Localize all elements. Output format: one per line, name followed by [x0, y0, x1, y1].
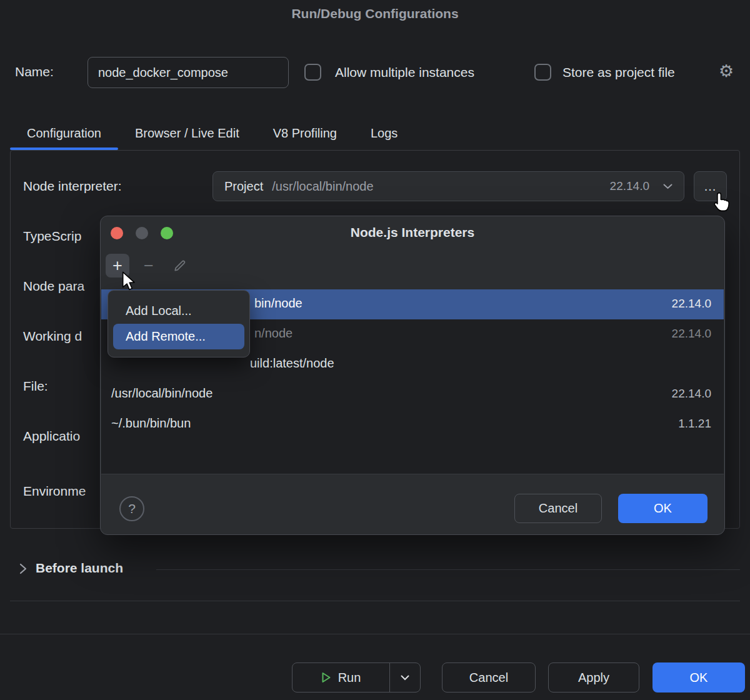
node-interpreter-combobox[interactable]: Project /usr/local/bin/node 22.14.0	[212, 171, 684, 201]
interpreter-path: ~/.bun/bin/bun	[111, 416, 191, 431]
dialog-cancel-button[interactable]: Cancel	[514, 494, 602, 523]
interpreter-path: n/node	[254, 326, 292, 341]
before-launch-label[interactable]: Before launch	[36, 561, 123, 576]
interpreter-version: 22.14.0	[672, 297, 711, 311]
cancel-button[interactable]: Cancel	[442, 662, 536, 692]
interpreter-version: 22.14.0	[672, 327, 711, 341]
apply-button[interactable]: Apply	[548, 662, 639, 692]
tab-browser-live-edit[interactable]: Browser / Live Edit	[118, 116, 256, 150]
run-button-label: Run	[338, 671, 361, 685]
config-tabs: Configuration Browser / Live Edit V8 Pro…	[10, 116, 414, 150]
allow-multiple-instances-checkbox[interactable]	[304, 64, 321, 81]
interpreter-version: 22.14.0	[610, 179, 649, 193]
store-as-project-file-label: Store as project file	[562, 65, 675, 80]
pencil-icon	[173, 259, 187, 272]
form-label-typescript: TypeScrip	[23, 229, 81, 244]
dialog-title: Node.js Interpreters	[101, 225, 724, 240]
add-interpreter-context-menu: Add Local... Add Remote...	[108, 290, 250, 358]
interpreter-row[interactable]: ~/.bun/bin/bun 1.1.21	[101, 409, 724, 439]
menu-item-add-local[interactable]: Add Local...	[113, 298, 244, 324]
settings-gear-icon[interactable]: ⚙	[719, 61, 734, 81]
form-label-environment: Environme	[23, 484, 86, 499]
chevron-right-icon[interactable]	[19, 563, 28, 574]
ok-button[interactable]: OK	[652, 662, 745, 692]
node-interpreter-label: Node interpreter:	[23, 179, 122, 194]
form-label-file: File:	[23, 379, 48, 394]
interpreter-path: bin/node	[254, 296, 302, 311]
run-debug-configurations-window: Run/Debug Configurations Name: Allow mul…	[0, 0, 750, 700]
chevron-down-icon	[663, 184, 672, 189]
name-label: Name:	[15, 64, 54, 79]
form-label-application: Applicatio	[23, 429, 80, 444]
store-as-project-file-checkbox[interactable]	[534, 64, 551, 81]
arrow-cursor	[121, 271, 136, 291]
help-button[interactable]: ?	[119, 496, 144, 521]
window-title: Run/Debug Configurations	[0, 6, 750, 21]
form-label-node-parameters: Node para	[23, 279, 84, 294]
interpreter-path: /usr/local/bin/node	[111, 386, 212, 401]
divider	[156, 569, 740, 570]
remove-interpreter-button[interactable]: −	[137, 254, 161, 278]
run-split-button: Run	[292, 662, 421, 692]
divider	[0, 634, 750, 634]
interpreter-version: 22.14.0	[672, 387, 711, 401]
hand-cursor	[712, 191, 731, 212]
edit-interpreter-button[interactable]	[168, 254, 192, 278]
form-label-working-directory: Working d	[23, 329, 82, 344]
divider	[10, 601, 740, 601]
interpreter-prefix: Project	[224, 179, 263, 194]
tab-logs[interactable]: Logs	[354, 116, 414, 150]
tab-v8-profiling[interactable]: V8 Profiling	[256, 116, 354, 150]
name-input[interactable]	[88, 57, 289, 88]
run-options-dropdown-button[interactable]	[390, 663, 420, 692]
chevron-down-icon	[401, 675, 409, 681]
interpreter-path: /usr/local/bin/node	[272, 179, 609, 194]
tab-configuration[interactable]: Configuration	[10, 116, 118, 150]
run-button[interactable]: Run	[292, 663, 389, 692]
node-interpreters-dialog: Node.js Interpreters + − bin/node 22.14.…	[100, 216, 725, 535]
play-icon	[321, 672, 331, 683]
allow-multiple-instances-label: Allow multiple instances	[335, 65, 474, 80]
interpreter-row[interactable]: /usr/local/bin/node 22.14.0	[101, 379, 724, 409]
interpreter-path: uild:latest/node	[250, 356, 334, 371]
menu-item-add-remote[interactable]: Add Remote...	[113, 324, 244, 349]
dialog-ok-button[interactable]: OK	[618, 494, 708, 523]
interpreter-version: 1.1.21	[678, 417, 711, 431]
